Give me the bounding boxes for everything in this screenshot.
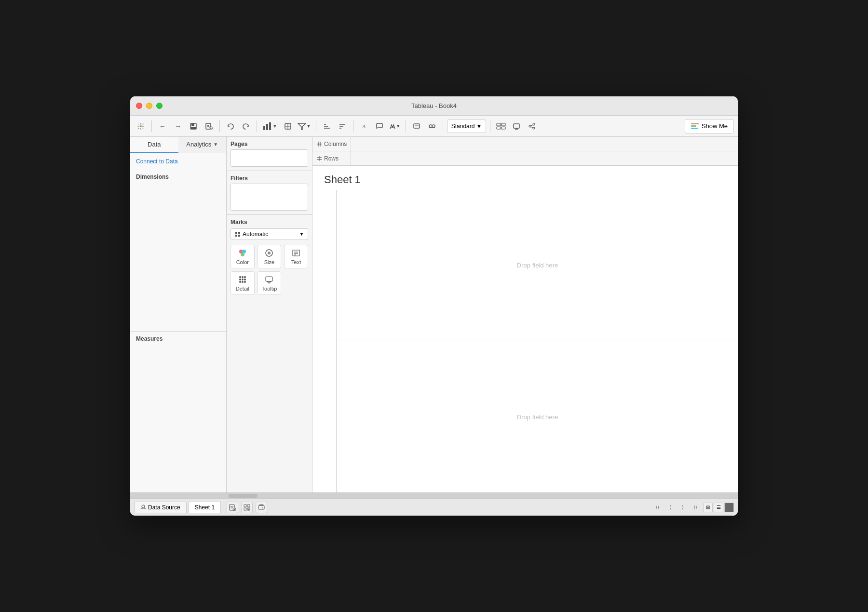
svg-rect-71 [266,277,272,281]
last-page-button[interactable]: ⟩⟩ [691,503,700,512]
svg-rect-10 [191,123,194,126]
marks-section: Marks Automatic ▼ [227,215,312,358]
detail-label: Detail [236,286,249,292]
device-preview-button[interactable] [510,120,523,133]
svg-point-0 [140,125,142,127]
svg-point-45 [533,127,535,129]
swap-button[interactable] [281,120,295,133]
data-source-tab[interactable]: Data Source [134,502,187,513]
prev-page-button[interactable]: ⟨ [665,503,675,512]
show-me-label: Show Me [702,122,728,130]
maximize-button[interactable] [156,103,163,109]
pages-drop-area[interactable] [231,149,308,167]
columns-drop-area[interactable] [351,137,738,151]
next-page-button[interactable]: ⟩ [678,503,688,512]
size-card[interactable]: Size [258,245,282,268]
marks-type-icon [235,231,241,237]
analytics-tab[interactable]: Analytics ▼ [178,137,227,153]
show-me-icon [691,123,699,129]
detail-card[interactable]: Detail [231,271,255,295]
rows-drop-area[interactable] [351,151,738,165]
connect-to-data-link[interactable]: Connect to Data [130,153,226,170]
data-source-label: Data Source [148,504,180,511]
save-button[interactable] [187,120,200,133]
standard-dropdown[interactable]: Standard ▼ [447,120,487,133]
new-sheet-button[interactable] [202,120,216,133]
svg-rect-95 [247,505,250,507]
chart-type-button[interactable]: ▼ [261,120,279,133]
back-button[interactable]: ← [156,120,169,133]
sheet-title: Sheet 1 [312,166,738,190]
view-mode-button[interactable] [494,120,508,133]
tooltip-button[interactable] [410,120,423,133]
center-area: Pages Filters Marks [227,137,738,492]
scrollbar-thumb[interactable] [229,494,258,498]
filter-button[interactable]: ▼ [297,120,312,133]
tooltip-label: Tooltip [262,286,277,292]
annotation-button[interactable] [373,120,386,133]
marks-type-dropdown[interactable]: Automatic ▼ [231,228,308,240]
svg-marker-72 [267,281,271,283]
drop-zone-bottom[interactable]: Drop field here [337,341,738,492]
text-label: Text [291,259,301,265]
undo-button[interactable] [224,120,237,133]
redo-button[interactable] [239,120,253,133]
forward-button[interactable]: → [171,120,185,133]
separator-2 [219,120,220,132]
data-source-icon [140,505,146,510]
rows-shelf-label: Rows [312,151,351,165]
size-label: Size [264,259,274,265]
columns-icon [316,141,322,147]
size-icon [264,248,274,258]
show-me-button[interactable]: Show Me [685,119,734,133]
mark-label-button[interactable]: A [357,120,371,133]
sort-desc-button[interactable] [336,120,349,133]
drop-field-top-label: Drop field here [517,262,558,269]
data-tab[interactable]: Data [130,137,178,153]
new-worksheet-button[interactable] [227,502,238,513]
text-card[interactable]: Text [284,245,308,268]
measures-section: Measures [130,332,226,493]
tableau-logo-button[interactable] [134,120,148,133]
dimensions-header: Dimensions [130,170,226,182]
drop-zone-top[interactable]: Drop field here [337,190,738,341]
new-story-button[interactable] [256,502,267,513]
main-window: Tableau - Book4 ← → [130,96,738,516]
full-view-button[interactable] [724,503,734,512]
grid-view-button[interactable]: ⊞ [703,503,713,512]
svg-rect-2 [140,128,141,130]
list-view-button[interactable]: ☰ [714,503,723,512]
text-format-button[interactable]: ▼ [388,120,402,133]
first-page-button[interactable]: ⟨⟨ [653,503,663,512]
standard-label: Standard [451,123,475,130]
main-layout: Data Analytics ▼ Connect to Data Dimensi… [130,137,738,492]
sheet1-tab[interactable]: Sheet 1 [189,502,221,513]
detail-icon [238,275,247,284]
share-button[interactable] [525,120,539,133]
svg-point-67 [244,276,246,278]
svg-rect-39 [502,127,505,129]
svg-point-64 [244,279,246,280]
svg-rect-1 [140,123,141,125]
close-button[interactable] [136,103,142,109]
svg-rect-6 [143,128,144,129]
svg-point-55 [241,253,244,256]
sort-asc-button[interactable] [320,120,334,133]
minimize-button[interactable] [146,103,152,109]
separator-5 [353,120,353,132]
new-dashboard-button[interactable] [241,502,253,513]
middle-panel: Pages Filters Marks [227,137,312,492]
svg-rect-8 [143,123,144,124]
svg-rect-51 [235,235,237,237]
highlight-button[interactable] [425,120,439,133]
svg-rect-37 [497,127,501,129]
svg-rect-11 [191,127,196,129]
canvas-area: Columns Rows [312,137,738,492]
color-card[interactable]: Color [231,245,255,268]
status-actions [227,502,267,513]
svg-rect-36 [497,123,501,126]
columns-shelf-row: Columns [312,137,738,151]
filters-drop-area[interactable] [231,184,308,211]
marks-type-label: Automatic [243,231,268,238]
tooltip-card[interactable]: Tooltip [258,271,282,295]
